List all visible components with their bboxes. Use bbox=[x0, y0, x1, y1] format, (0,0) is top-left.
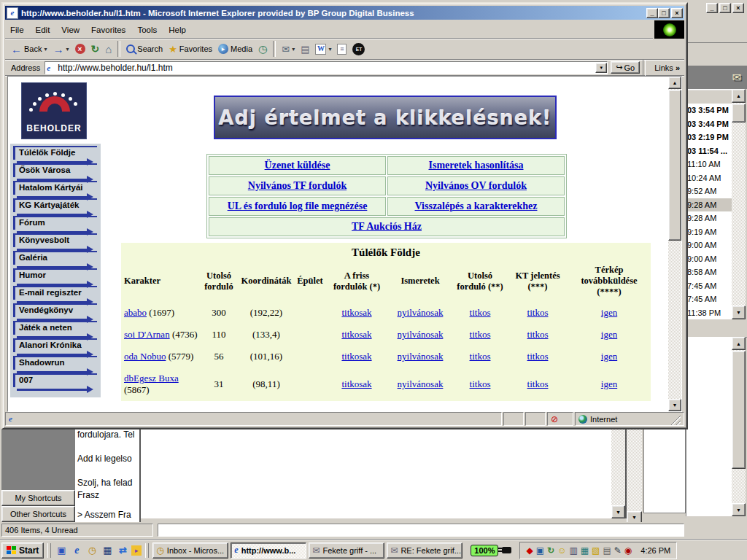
sidebar-item-tulelok-foldje[interactable]: Túlélők Földje bbox=[13, 146, 97, 160]
map-forward-link[interactable]: igen bbox=[601, 329, 617, 340]
tray-printer-icon[interactable]: ▤ bbox=[603, 546, 611, 555]
print-button[interactable]: ▤ bbox=[298, 42, 312, 56]
start-button[interactable]: Start bbox=[1, 542, 44, 559]
mail-button[interactable]: ✉▾ bbox=[279, 42, 298, 56]
knowledge-link[interactable]: nyilvánosak bbox=[398, 329, 444, 340]
links-toolbar[interactable]: Links» bbox=[649, 63, 683, 72]
address-input[interactable] bbox=[58, 63, 595, 73]
kt-report-link[interactable]: titkos bbox=[527, 351, 549, 362]
stop-button[interactable]: × bbox=[72, 42, 88, 55]
list-item[interactable]: 9:52 AM bbox=[686, 184, 732, 198]
forward-dropdown-icon[interactable]: ▾ bbox=[66, 46, 69, 52]
show-desktop-icon[interactable]: ▣ bbox=[55, 544, 68, 557]
outlook-column-header[interactable] bbox=[686, 89, 733, 105]
sidebar-item-kg-kartyajatek[interactable]: KG Kártyajáték bbox=[13, 198, 97, 212]
menu-file[interactable]: File bbox=[5, 23, 29, 36]
scroll-up-icon[interactable]: ▲ bbox=[732, 337, 746, 350]
fresh-turns-link[interactable]: titkosak bbox=[341, 378, 371, 389]
character-link[interactable]: oda Nobuo bbox=[124, 351, 166, 362]
scrollbar-thumb[interactable] bbox=[732, 104, 746, 122]
ie-quicklaunch-icon[interactable]: e bbox=[70, 544, 83, 557]
list-item-selected[interactable]: 9:28 AM bbox=[686, 198, 732, 212]
floppy-save-icon[interactable]: ▦ bbox=[101, 544, 114, 557]
list-item[interactable]: 10:24 AM bbox=[686, 171, 732, 185]
privacy-pane[interactable]: ⊘ bbox=[547, 412, 573, 426]
scroll-down-icon[interactable]: ▼ bbox=[668, 399, 681, 411]
sync-icon[interactable]: ⇄ bbox=[116, 544, 129, 557]
last-turn-link[interactable]: titkos bbox=[470, 329, 491, 340]
sidebar-item-galeria[interactable]: Galéria bbox=[13, 251, 97, 265]
list-item[interactable]: 9:28 AM bbox=[686, 211, 732, 225]
tray-icon-7[interactable]: ▧ bbox=[592, 546, 600, 555]
list-item[interactable]: 7:45 AM bbox=[686, 279, 732, 293]
kt-report-link[interactable]: titkos bbox=[527, 307, 549, 318]
last-turn-link[interactable]: titkos bbox=[470, 378, 491, 389]
list-item[interactable]: 8:58 AM bbox=[686, 265, 732, 279]
favorites-button[interactable]: ★Favorites bbox=[166, 42, 215, 56]
outlook-pane-divider[interactable] bbox=[686, 319, 747, 338]
outlook-restore-button[interactable]: □ bbox=[719, 3, 731, 13]
link-tf-aukcios-haz[interactable]: TF Aukciós Ház bbox=[352, 221, 422, 232]
sidebar-item-humor[interactable]: Humor bbox=[13, 268, 97, 282]
refresh-button[interactable]: ↻ bbox=[88, 42, 103, 56]
list-item[interactable]: 03 3:54 PM bbox=[686, 104, 732, 117]
sidebar-item-007[interactable]: 007 bbox=[13, 373, 97, 387]
home-button[interactable]: ⌂ bbox=[102, 42, 115, 57]
scroll-up-icon[interactable]: ▲ bbox=[668, 77, 681, 89]
link-uzenet-kuldese[interactable]: Üzenet küldése bbox=[265, 160, 330, 171]
task-mail-fekete-griff[interactable]: ✉ Fekete griff - ... bbox=[309, 542, 384, 559]
sidebar-item-forum[interactable]: Fórum bbox=[13, 216, 97, 230]
scrollbar-thumb[interactable] bbox=[668, 90, 681, 241]
sidebar-item-alanori-kronika[interactable]: Alanori Krónika bbox=[13, 338, 97, 352]
list-item[interactable]: 7:45 AM bbox=[686, 292, 732, 306]
link-nyilvanos-tf-fordulok[interactable]: Nyilvános TF fordulók bbox=[248, 180, 347, 191]
my-shortcuts-button[interactable]: My Shortcuts bbox=[1, 490, 75, 506]
scrollbar-track[interactable] bbox=[732, 103, 746, 306]
outlook-minimize-button[interactable]: _ bbox=[706, 3, 718, 13]
outlook-close-button[interactable]: × bbox=[732, 3, 744, 13]
ie-minimize-button[interactable]: _ bbox=[646, 8, 658, 18]
task-inbox-outlook[interactable]: ◷ Inbox - Micros... bbox=[152, 542, 228, 559]
menu-favorites[interactable]: Favorites bbox=[86, 23, 131, 36]
resize-grip[interactable] bbox=[669, 413, 681, 425]
banner-ad[interactable]: Adj értelmet a klikkelésnek! bbox=[214, 96, 557, 139]
history-button[interactable]: ◷ bbox=[255, 42, 270, 56]
sidebar-item-jatek-a-neten[interactable]: Játék a neten bbox=[13, 321, 97, 335]
character-link[interactable]: ababo bbox=[124, 307, 147, 318]
link-ismeretek-hasonlitasa[interactable]: Ismeretek hasonlítása bbox=[428, 160, 523, 171]
sidebar-item-osok-varosa[interactable]: Ősök Városa bbox=[13, 163, 97, 177]
sidebar-item-shadowrun[interactable]: Shadowrun bbox=[13, 356, 97, 370]
search-button[interactable]: Search bbox=[123, 43, 166, 55]
list-item[interactable]: 9:00 AM bbox=[686, 252, 732, 266]
ie-maximize-button[interactable]: □ bbox=[658, 8, 670, 18]
forward-button[interactable]: → ▾ bbox=[50, 42, 71, 56]
scrollbar-thumb[interactable] bbox=[732, 351, 746, 469]
scroll-down-icon[interactable]: ▼ bbox=[732, 503, 746, 516]
scroll-down-icon[interactable]: ▼ bbox=[732, 306, 746, 319]
knowledge-link[interactable]: nyilvánosak bbox=[398, 307, 444, 318]
back-dropdown-icon[interactable]: ▾ bbox=[44, 46, 47, 52]
knowledge-link[interactable]: nyilvánosak bbox=[398, 351, 444, 362]
ie-title-bar[interactable]: e http://www.beholder.hu/l1.htm - Micros… bbox=[5, 6, 684, 20]
list-item[interactable]: 11:38 PM bbox=[686, 306, 732, 320]
tray-icon-3[interactable]: ↻ bbox=[547, 546, 554, 555]
ie-close-button[interactable]: × bbox=[671, 8, 683, 18]
link-visszalepes[interactable]: Visszalépés a karakterekhez bbox=[415, 201, 538, 211]
scroll-up-icon[interactable]: ▲ bbox=[732, 89, 746, 103]
sidebar-item-konyvesbolt[interactable]: Könyvesbolt bbox=[13, 233, 97, 247]
task-mail-re-fekete-griff[interactable]: ✉ RE: Fekete grif... bbox=[387, 542, 462, 559]
task-ie-beholder[interactable]: e http://www.b... bbox=[231, 542, 306, 559]
list-item[interactable]: 9:00 AM bbox=[686, 238, 732, 252]
link-nyilvanos-ov-fordulok[interactable]: Nyilvános OV fordulók bbox=[425, 180, 527, 191]
edit-button[interactable]: W▾ bbox=[312, 42, 334, 56]
last-turn-link[interactable]: titkos bbox=[470, 307, 491, 318]
link-ul-log-file[interactable]: UL és forduló log file megnézése bbox=[228, 201, 368, 211]
tray-magnifier-icon[interactable]: ◉ bbox=[624, 546, 632, 555]
sidebar-item-hatalom-kartyai[interactable]: Hatalom Kártyái bbox=[13, 181, 97, 195]
tray-icon-5[interactable]: ▥ bbox=[569, 546, 577, 555]
power-plug-icon[interactable] bbox=[502, 547, 511, 553]
fresh-turns-link[interactable]: titkosak bbox=[341, 307, 371, 318]
tray-pen-icon[interactable]: ✎ bbox=[614, 546, 622, 555]
list-item[interactable]: 03 2:19 PM bbox=[686, 131, 732, 144]
kt-report-link[interactable]: titkos bbox=[527, 378, 549, 389]
